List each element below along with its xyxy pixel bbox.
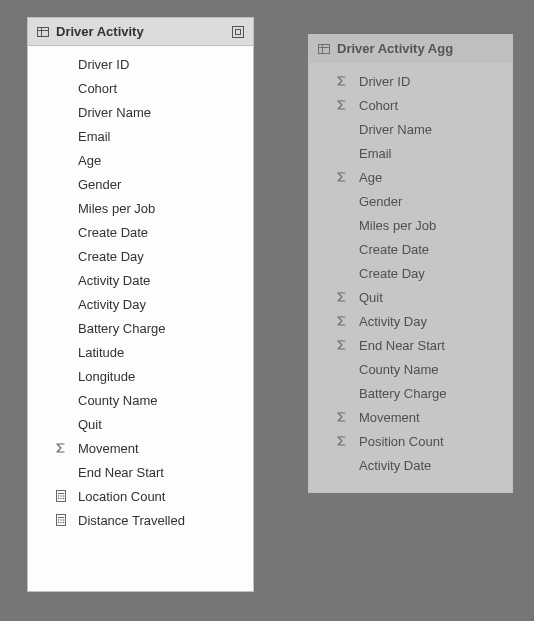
field-row[interactable]: Miles per Job: [309, 213, 512, 237]
svg-rect-4: [236, 29, 241, 34]
field-row[interactable]: Create Day: [28, 244, 253, 268]
field-row[interactable]: End Near Start: [309, 333, 512, 357]
field-row[interactable]: Activity Date: [28, 268, 253, 292]
field-row[interactable]: Longitude: [28, 364, 253, 388]
field-label: Create Date: [72, 225, 148, 240]
table-icon: [36, 25, 50, 39]
field-label: Gender: [72, 177, 121, 192]
field-label: Email: [72, 129, 111, 144]
table-header[interactable]: Driver Activity Agg: [309, 35, 512, 63]
field-label: Longitude: [72, 369, 135, 384]
sigma-icon: [335, 410, 353, 424]
field-label: Cohort: [353, 98, 398, 113]
sigma-icon: [335, 314, 353, 328]
field-label: Location Count: [72, 489, 165, 504]
field-row[interactable]: Miles per Job: [28, 196, 253, 220]
field-row[interactable]: Email: [309, 141, 512, 165]
field-label: Quit: [72, 417, 102, 432]
field-list: Driver IDCohortDriver NameEmailAgeGender…: [309, 63, 512, 489]
field-row[interactable]: Create Day: [309, 261, 512, 285]
field-row[interactable]: Position Count: [309, 429, 512, 453]
field-label: Distance Travelled: [72, 513, 185, 528]
sigma-icon: [335, 290, 353, 304]
field-row[interactable]: Gender: [28, 172, 253, 196]
field-label: Miles per Job: [353, 218, 436, 233]
field-label: Driver ID: [72, 57, 129, 72]
field-row[interactable]: Email: [28, 124, 253, 148]
field-label: Position Count: [353, 434, 444, 449]
field-list: Driver IDCohortDriver NameEmailAgeGender…: [28, 46, 253, 544]
sigma-icon: [335, 170, 353, 184]
sigma-icon: [54, 441, 72, 455]
calculator-icon: [54, 513, 72, 527]
field-label: Movement: [72, 441, 139, 456]
field-row[interactable]: County Name: [28, 388, 253, 412]
field-row[interactable]: Create Date: [309, 237, 512, 261]
table-icon: [317, 42, 331, 56]
field-row[interactable]: Activity Day: [28, 292, 253, 316]
field-label: Activity Day: [353, 314, 427, 329]
field-row[interactable]: Latitude: [28, 340, 253, 364]
field-row[interactable]: Activity Date: [309, 453, 512, 477]
field-label: Activity Date: [72, 273, 150, 288]
field-row[interactable]: Quit: [309, 285, 512, 309]
table-header[interactable]: Driver Activity: [28, 18, 253, 46]
table-title: Driver Activity Agg: [337, 41, 504, 56]
field-row[interactable]: Driver Name: [28, 100, 253, 124]
table-title: Driver Activity: [56, 24, 231, 39]
field-label: End Near Start: [353, 338, 445, 353]
field-label: County Name: [72, 393, 157, 408]
sigma-icon: [335, 74, 353, 88]
field-label: Age: [353, 170, 382, 185]
field-label: County Name: [353, 362, 438, 377]
svg-rect-21: [319, 44, 330, 53]
field-label: End Near Start: [72, 465, 164, 480]
field-row[interactable]: Activity Day: [309, 309, 512, 333]
field-label: Gender: [353, 194, 402, 209]
field-label: Cohort: [72, 81, 117, 96]
field-row[interactable]: Driver ID: [309, 69, 512, 93]
svg-rect-3: [233, 26, 244, 37]
field-label: Miles per Job: [72, 201, 155, 216]
field-label: Battery Charge: [72, 321, 165, 336]
field-row[interactable]: Create Date: [28, 220, 253, 244]
field-label: Driver Name: [72, 105, 151, 120]
field-row[interactable]: Gender: [309, 189, 512, 213]
field-row[interactable]: Location Count: [28, 484, 253, 508]
field-row[interactable]: Movement: [309, 405, 512, 429]
field-label: Create Date: [353, 242, 429, 257]
sigma-icon: [335, 98, 353, 112]
field-label: Movement: [353, 410, 420, 425]
field-label: Email: [353, 146, 392, 161]
field-row[interactable]: Cohort: [28, 76, 253, 100]
field-row[interactable]: Driver ID: [28, 52, 253, 76]
field-row[interactable]: Movement: [28, 436, 253, 460]
field-row[interactable]: Battery Charge: [28, 316, 253, 340]
partition-icon: [231, 25, 245, 39]
field-row[interactable]: Age: [28, 148, 253, 172]
field-row[interactable]: Battery Charge: [309, 381, 512, 405]
field-label: Activity Date: [353, 458, 431, 473]
svg-rect-0: [38, 27, 49, 36]
sigma-icon: [335, 434, 353, 448]
field-row[interactable]: Driver Name: [309, 117, 512, 141]
table-panel-driver-activity[interactable]: Driver ActivityDriver IDCohortDriver Nam…: [27, 17, 254, 592]
field-row[interactable]: Cohort: [309, 93, 512, 117]
field-row[interactable]: Quit: [28, 412, 253, 436]
sigma-icon: [335, 338, 353, 352]
field-row[interactable]: County Name: [309, 357, 512, 381]
field-row[interactable]: End Near Start: [28, 460, 253, 484]
field-row[interactable]: Age: [309, 165, 512, 189]
field-label: Battery Charge: [353, 386, 446, 401]
field-label: Driver ID: [353, 74, 410, 89]
calculator-icon: [54, 489, 72, 503]
field-label: Latitude: [72, 345, 124, 360]
field-label: Age: [72, 153, 101, 168]
field-label: Create Day: [72, 249, 144, 264]
field-label: Create Day: [353, 266, 425, 281]
table-panel-driver-activity-agg[interactable]: Driver Activity AggDriver IDCohortDriver…: [308, 34, 513, 493]
field-label: Quit: [353, 290, 383, 305]
field-row[interactable]: Distance Travelled: [28, 508, 253, 532]
field-label: Activity Day: [72, 297, 146, 312]
field-label: Driver Name: [353, 122, 432, 137]
